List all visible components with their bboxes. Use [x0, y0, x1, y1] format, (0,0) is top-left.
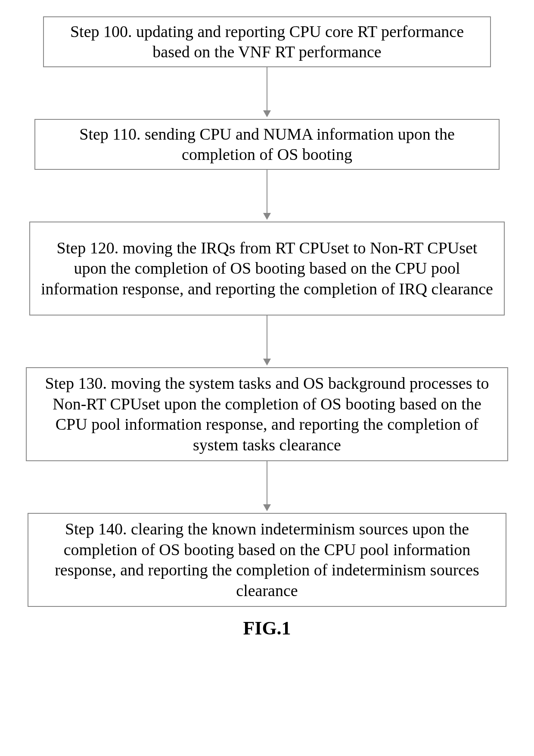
flow-arrow-head-icon: [263, 213, 271, 220]
flow-arrow-head-icon: [263, 110, 271, 117]
figure-caption-text: FIG.1: [243, 618, 291, 639]
flow-step-130-text: Step 130. moving the system tasks and OS…: [37, 373, 497, 455]
flow-arrow-head-icon: [263, 359, 271, 366]
flow-step-110-text: Step 110. sending CPU and NUMA informati…: [46, 124, 488, 165]
flow-step-120-text: Step 120. moving the IRQs from RT CPUset…: [40, 238, 494, 300]
flow-step-140: Step 140. clearing the known indetermini…: [28, 513, 506, 607]
flow-step-130: Step 130. moving the system tasks and OS…: [26, 367, 508, 461]
flow-arrow-line: [267, 316, 267, 359]
flow-step-140-text: Step 140. clearing the known indetermini…: [39, 519, 495, 601]
flow-step-120: Step 120. moving the IRQs from RT CPUset…: [29, 222, 505, 316]
flow-step-100-text: Step 100. updating and reporting CPU cor…: [54, 22, 480, 62]
flow-arrow-line: [267, 461, 267, 504]
flow-step-110: Step 110. sending CPU and NUMA informati…: [34, 119, 500, 170]
flow-arrow-head-icon: [263, 504, 271, 511]
figure-caption: FIG.1: [0, 617, 534, 639]
flow-step-100: Step 100. updating and reporting CPU cor…: [43, 16, 491, 67]
flow-arrow-line: [267, 67, 267, 110]
flowchart-canvas: Step 100. updating and reporting CPU cor…: [0, 0, 534, 756]
flow-arrow-line: [267, 170, 267, 213]
